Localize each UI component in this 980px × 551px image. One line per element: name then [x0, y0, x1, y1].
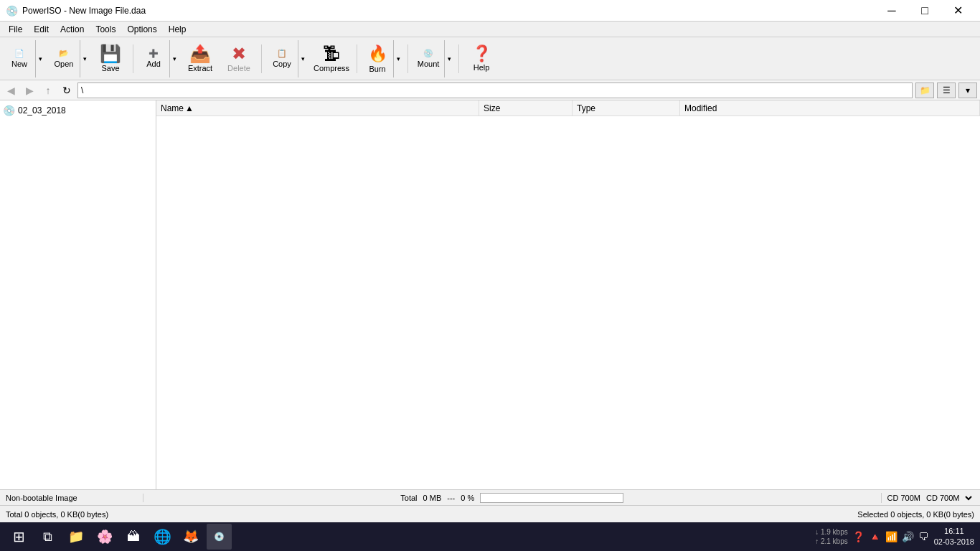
copy-label: Copy — [273, 60, 291, 68]
mount-label: Mount — [418, 60, 440, 68]
view-toggle-button[interactable]: ☰ — [937, 83, 956, 98]
back-button[interactable]: ◀ — [3, 83, 19, 98]
total-label: Total — [400, 494, 417, 502]
new-button-group: 📄 New ▾ — [3, 39, 46, 78]
open-button[interactable]: 📂 Open — [48, 40, 80, 77]
mount-button[interactable]: 💿 Mount — [413, 40, 444, 77]
col-type-header[interactable]: Type — [573, 100, 680, 116]
start-button[interactable]: ⊞ — [6, 524, 32, 550]
system-tray: ↓ 1.9 kbps↑ 2.1 kbps ❓ 🔺 📶 🔊 🗨 — [815, 527, 928, 546]
compress-button[interactable]: 🗜 Compress — [310, 39, 353, 78]
toolbar-separator-4 — [407, 44, 408, 73]
new-dropdown[interactable]: ▾ — [35, 40, 45, 77]
poweriso-taskbar[interactable]: 💿 — [207, 524, 232, 550]
burn-icon: 🔥 — [368, 44, 387, 63]
mount-dropdown[interactable]: ▾ — [444, 40, 454, 77]
nav-bar: ◀ ▶ ↑ ↻ 📁 ☰ ▾ — [0, 80, 980, 100]
col-modified-label: Modified — [684, 103, 717, 113]
selected-objects: Selected 0 objects, 0 KB(0 bytes) — [857, 510, 974, 519]
help-icon: ❓ — [472, 46, 491, 62]
toolbar-separator-2 — [261, 44, 262, 73]
close-button[interactable]: ✕ — [941, 0, 974, 22]
wifi-tray-icon[interactable]: 📶 — [885, 531, 897, 542]
bottom-status: Total 0 objects, 0 KB(0 bytes) Selected … — [0, 505, 980, 522]
new-label: New — [11, 60, 27, 68]
menu-edit[interactable]: Edit — [28, 23, 55, 36]
col-size-label: Size — [484, 103, 500, 113]
system-clock[interactable]: 16:11 02-03-2018 — [934, 526, 974, 548]
burn-dropdown[interactable]: ▾ — [393, 40, 403, 77]
toolbar: 📄 New ▾ 📂 Open ▾ 💾 Save ➕ Add ▾ 📤 Extrac… — [0, 37, 980, 80]
image-type-label: Non-bootable Image — [6, 494, 77, 502]
forward-button[interactable]: ▶ — [22, 83, 37, 98]
explorer-button[interactable]: 📁 — [63, 524, 89, 550]
task-view-button[interactable]: ⧉ — [34, 524, 60, 550]
status-separator: --- — [447, 494, 455, 502]
notification-tray-icon[interactable]: 🗨 — [918, 531, 928, 542]
tree-item-label: 02_03_2018 — [18, 105, 66, 116]
capacity-label: CD 700M — [887, 494, 920, 502]
capacity-select[interactable]: CD 700M CD 650M DVD 4.7G — [923, 493, 974, 503]
add-dropdown[interactable]: ▾ — [169, 40, 179, 77]
progress-bar-container — [480, 493, 623, 503]
open-dropdown[interactable]: ▾ — [80, 40, 90, 77]
help-label: Help — [473, 63, 490, 72]
file-header: Name ▲ Size Type Modified — [156, 100, 980, 116]
status-bar: Non-bootable Image Total 0 MB --- 0 % CD… — [0, 489, 980, 505]
app2-button[interactable]: 🏔 — [121, 524, 146, 550]
clock-date: 02-03-2018 — [934, 537, 974, 547]
title-controls: ─ □ ✕ — [875, 0, 974, 22]
network-tray-icon[interactable]: 🔺 — [869, 531, 881, 542]
new-button[interactable]: 📄 New — [4, 40, 35, 77]
menu-file[interactable]: File — [3, 23, 28, 36]
up-button[interactable]: ↑ — [40, 83, 56, 98]
app-icon: 💿 — [6, 5, 18, 17]
menu-bar: File Edit Action Tools Options Help — [0, 22, 980, 37]
save-button[interactable]: 💾 Save — [92, 39, 129, 78]
tree-item[interactable]: 💿 02_03_2018 — [0, 103, 156, 118]
burn-button-group: 🔥 Burn ▾ — [361, 39, 404, 78]
menu-help[interactable]: Help — [163, 23, 192, 36]
copy-dropdown[interactable]: ▾ — [298, 40, 308, 77]
col-name-label: Name — [161, 103, 184, 113]
menu-tools[interactable]: Tools — [90, 23, 121, 36]
speaker-tray-icon[interactable]: 🔊 — [902, 531, 914, 542]
main-area: 💿 02_03_2018 Name ▲ Size Type Modified — [0, 100, 980, 489]
chrome-button[interactable]: 🌐 — [149, 524, 175, 550]
address-input[interactable] — [77, 83, 913, 98]
col-size-header[interactable]: Size — [479, 100, 573, 116]
clock-time: 16:11 — [934, 526, 974, 537]
add-label: Add — [146, 60, 161, 68]
status-center: Total 0 MB --- 0 % — [143, 493, 881, 503]
view-dropdown-button[interactable]: ▾ — [958, 83, 977, 98]
maximize-button[interactable]: □ — [908, 0, 941, 22]
delete-icon: ✖ — [232, 45, 246, 62]
copy-button[interactable]: 📋 Copy — [266, 40, 298, 77]
minimize-button[interactable]: ─ — [875, 0, 908, 22]
status-image-type: Non-bootable Image — [0, 494, 143, 502]
progress-area: Total 0 MB --- 0 % — [400, 493, 623, 503]
add-icon: ➕ — [149, 49, 159, 58]
col-name-header[interactable]: Name ▲ — [156, 100, 479, 116]
folder-browse-button[interactable]: 📁 — [915, 83, 934, 98]
taskbar-right: ↓ 1.9 kbps↑ 2.1 kbps ❓ 🔺 📶 🔊 🗨 16:11 02-… — [815, 526, 974, 548]
extract-icon: 📤 — [189, 45, 211, 62]
burn-button[interactable]: 🔥 Burn — [362, 40, 393, 77]
col-modified-header[interactable]: Modified — [680, 100, 980, 116]
extract-button[interactable]: 📤 Extract — [182, 39, 219, 78]
sort-asc-icon: ▲ — [185, 103, 194, 113]
title-left: 💿 PowerISO - New Image File.daa — [6, 5, 146, 17]
firefox-button[interactable]: 🦊 — [178, 524, 204, 550]
help-tray-icon[interactable]: ❓ — [852, 531, 864, 542]
copy-icon: 📋 — [277, 49, 287, 58]
open-button-group: 📂 Open ▾ — [47, 39, 90, 78]
poweriso-taskbar-icon: 💿 — [214, 532, 225, 542]
app1-button[interactable]: 🌸 — [92, 524, 118, 550]
delete-button[interactable]: ✖ Delete — [220, 39, 258, 78]
add-button[interactable]: ➕ Add — [138, 40, 169, 77]
help-button[interactable]: ❓ Help — [463, 39, 500, 78]
mount-icon: 💿 — [423, 49, 433, 58]
refresh-button[interactable]: ↻ — [59, 83, 75, 98]
menu-options[interactable]: Options — [121, 23, 162, 36]
menu-action[interactable]: Action — [55, 23, 90, 36]
